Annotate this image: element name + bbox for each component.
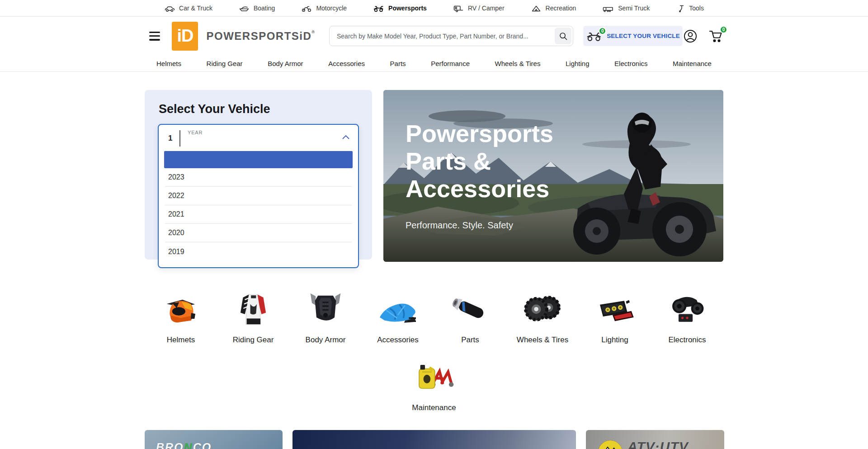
garage-atv-icon: 0 bbox=[586, 30, 602, 42]
mountain-badge-icon bbox=[598, 440, 623, 449]
site-header: iD POWERSPORTSiD® 0 SELECT YOUR VEHICLE bbox=[0, 17, 868, 55]
cart-button[interactable]: 0 bbox=[708, 29, 723, 43]
nav-wheels-tires[interactable]: Wheels & Tires bbox=[495, 60, 541, 67]
category-electronics[interactable]: Electronics bbox=[651, 287, 723, 345]
brand-name[interactable]: POWERSPORTSiD® bbox=[206, 30, 315, 43]
select-your-vehicle-button[interactable]: 0 SELECT YOUR VEHICLE bbox=[583, 26, 683, 46]
topbar-item-boating[interactable]: Boating bbox=[239, 5, 275, 12]
step-number: 1 bbox=[168, 134, 172, 143]
banner-parts-promo[interactable] bbox=[292, 430, 576, 449]
nav-lighting[interactable]: Lighting bbox=[566, 60, 590, 67]
exhaust-image bbox=[447, 287, 494, 328]
nav-maintenance[interactable]: Maintenance bbox=[673, 60, 712, 67]
year-option[interactable]: 2020 bbox=[165, 224, 352, 242]
atv-icon bbox=[373, 5, 384, 12]
account-button[interactable] bbox=[683, 28, 698, 44]
category-riding-gear[interactable]: Riding Gear bbox=[217, 287, 289, 345]
year-option[interactable]: 2021 bbox=[165, 205, 352, 224]
year-dropdown: 1 YEAR 2023 2022 2021 2020 2019 bbox=[158, 124, 359, 268]
search-button[interactable] bbox=[555, 28, 571, 44]
search-icon bbox=[559, 32, 568, 41]
year-option[interactable]: 2023 bbox=[165, 168, 352, 187]
brand-logo-mark[interactable]: iD bbox=[172, 22, 198, 51]
category-lighting[interactable]: Lighting bbox=[579, 287, 651, 345]
chest-protector-image bbox=[303, 287, 348, 328]
tail-light-image bbox=[590, 287, 640, 328]
category-body-armor[interactable]: Body Armor bbox=[289, 287, 362, 345]
search-input[interactable] bbox=[329, 26, 573, 46]
year-dropdown-field[interactable]: 1 YEAR bbox=[159, 125, 358, 151]
year-option[interactable]: 2019 bbox=[165, 242, 352, 261]
vehicle-selector-panel: Select Your Vehicle 1 YEAR 2023 2022 202… bbox=[145, 90, 372, 260]
topbar-item-motorcycle[interactable]: Motorcycle bbox=[301, 5, 347, 12]
fuel-jug-stand-image bbox=[410, 354, 458, 396]
category-helmets[interactable]: Helmets bbox=[145, 287, 217, 345]
semi-truck-icon bbox=[602, 5, 614, 12]
bronco-logo: BRONCO ATV | UTV COMPONENTS bbox=[156, 441, 219, 449]
category-wheels-tires[interactable]: Wheels & Tires bbox=[506, 287, 579, 345]
topbar-item-powersports[interactable]: Powersports bbox=[373, 5, 427, 12]
nav-helmets[interactable]: Helmets bbox=[156, 60, 181, 67]
jersey-image bbox=[231, 287, 275, 328]
category-maintenance[interactable]: Maintenance bbox=[410, 354, 458, 412]
promo-banners: BRONCO ATV | UTV COMPONENTS bbox=[145, 430, 723, 449]
banner-atv-utv-tek[interactable]: ATV·UTV TEK bbox=[586, 430, 724, 449]
category-accessories[interactable]: Accessories bbox=[362, 287, 434, 345]
registered-mark: ® bbox=[311, 30, 315, 34]
year-options-list: 2023 2022 2021 2020 2019 bbox=[165, 168, 352, 261]
year-option[interactable]: 2022 bbox=[165, 187, 352, 205]
tires-image bbox=[519, 287, 566, 328]
topbar-item-semi-truck[interactable]: Semi Truck bbox=[602, 5, 650, 12]
topbar-item-car-truck[interactable]: Car & Truck bbox=[164, 5, 212, 12]
banner-bronco[interactable]: BRONCO ATV | UTV COMPONENTS bbox=[145, 430, 283, 449]
year-field-label: YEAR bbox=[188, 130, 203, 135]
vehicle-type-topbar: Car & Truck Boating Motorcycle Powerspor… bbox=[0, 0, 868, 17]
hero-subtitle: Performance. Style. Safety bbox=[406, 220, 513, 231]
main-nav: Helmets Riding Gear Body Armor Accessori… bbox=[0, 55, 868, 72]
nav-accessories[interactable]: Accessories bbox=[328, 60, 365, 67]
topbar-item-rv-camper[interactable]: RV / Camper bbox=[453, 5, 505, 12]
year-option-selected[interactable] bbox=[164, 151, 353, 168]
chevron-up-icon[interactable] bbox=[342, 134, 350, 140]
car-icon bbox=[164, 5, 175, 12]
hero-banner: PowersportsParts &Accessories Performanc… bbox=[383, 90, 723, 262]
helmet-image bbox=[156, 287, 206, 328]
search-bar bbox=[329, 26, 573, 46]
motorcycle-icon bbox=[301, 5, 312, 12]
speakers-image bbox=[664, 287, 711, 328]
boat-icon bbox=[239, 5, 250, 12]
hero-title: PowersportsParts &Accessories bbox=[406, 120, 553, 203]
category-grid: Helmets Riding Gear bbox=[145, 287, 723, 412]
nav-electronics[interactable]: Electronics bbox=[614, 60, 647, 67]
vehicle-selector-title: Select Your Vehicle bbox=[145, 90, 372, 116]
tools-icon bbox=[676, 5, 685, 12]
vehicle-cover-image bbox=[373, 287, 423, 328]
chrome-tire-image bbox=[292, 430, 576, 449]
nav-riding-gear[interactable]: Riding Gear bbox=[207, 60, 243, 67]
tent-icon bbox=[531, 5, 542, 12]
nav-performance[interactable]: Performance bbox=[431, 60, 470, 67]
topbar-item-recreation[interactable]: Recreation bbox=[531, 5, 576, 12]
menu-button[interactable] bbox=[149, 32, 160, 41]
nav-parts[interactable]: Parts bbox=[390, 60, 406, 67]
rv-icon bbox=[453, 5, 464, 12]
garage-count-badge: 0 bbox=[599, 27, 606, 35]
topbar-item-tools[interactable]: Tools bbox=[676, 5, 704, 12]
category-parts[interactable]: Parts bbox=[434, 287, 506, 345]
atv-utv-tek-logo: ATV·UTV TEK bbox=[598, 440, 689, 449]
nav-body-armor[interactable]: Body Armor bbox=[268, 60, 303, 67]
account-icon bbox=[683, 28, 698, 44]
cart-count-badge: 0 bbox=[720, 26, 727, 33]
brand-logo-text: iD bbox=[177, 26, 193, 46]
field-divider bbox=[179, 130, 180, 147]
